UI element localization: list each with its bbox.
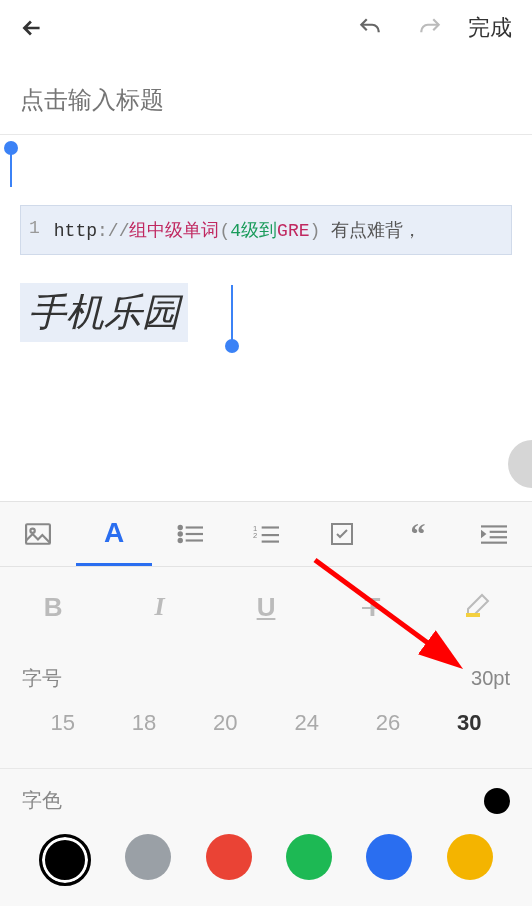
title-input[interactable] <box>20 86 512 114</box>
back-button[interactable] <box>12 8 52 48</box>
insert-image-button[interactable] <box>0 502 76 566</box>
svg-text:2: 2 <box>253 531 257 540</box>
color-swatch-blue[interactable] <box>366 834 412 880</box>
quote-button[interactable]: “ <box>380 502 456 566</box>
checkbox-button[interactable] <box>304 502 380 566</box>
font-color-label: 字色 <box>22 787 62 814</box>
font-color-indicator <box>484 788 510 814</box>
svg-point-2 <box>179 526 182 529</box>
italic-button[interactable]: I <box>106 592 212 622</box>
svg-point-4 <box>179 532 182 535</box>
underline-button[interactable]: U <box>213 592 319 623</box>
font-size-value: 30pt <box>471 667 510 690</box>
styled-text[interactable]: 手机乐园 <box>20 283 188 342</box>
svg-point-6 <box>179 539 182 542</box>
bold-button[interactable]: B <box>0 592 106 623</box>
numbered-list-button[interactable]: 12 <box>228 502 304 566</box>
color-swatch-orange[interactable] <box>447 834 493 880</box>
strike-button[interactable]: T <box>319 592 425 623</box>
undo-button[interactable] <box>350 8 390 48</box>
highlight-button[interactable] <box>426 591 532 624</box>
floating-button[interactable] <box>508 440 532 488</box>
color-swatch-grey[interactable] <box>125 834 171 880</box>
indent-button[interactable] <box>456 502 532 566</box>
font-size-option[interactable]: 20 <box>185 710 266 736</box>
color-swatch-green[interactable] <box>286 834 332 880</box>
line-number: 1 <box>29 218 40 242</box>
color-swatch-black[interactable] <box>39 834 91 886</box>
font-size-option[interactable]: 18 <box>103 710 184 736</box>
text-style-tab[interactable]: A <box>76 502 152 566</box>
font-size-option[interactable]: 15 <box>22 710 103 736</box>
color-swatch-red[interactable] <box>206 834 252 880</box>
code-block[interactable]: 1 http://组中级单词(4级到GRE) 有点难背， <box>20 205 512 255</box>
font-size-option-selected[interactable]: 30 <box>429 710 510 736</box>
svg-rect-18 <box>466 613 480 617</box>
editor-content[interactable]: 1 http://组中级单词(4级到GRE) 有点难背， 手机乐园 <box>0 135 532 362</box>
font-size-label: 字号 <box>22 665 62 692</box>
bullet-list-button[interactable] <box>152 502 228 566</box>
svg-point-1 <box>30 529 34 533</box>
font-size-option[interactable]: 24 <box>266 710 347 736</box>
font-size-options: 15 18 20 24 26 30 <box>22 710 510 736</box>
selection-handle-end[interactable] <box>225 339 239 353</box>
redo-button[interactable] <box>410 8 450 48</box>
font-size-option[interactable]: 26 <box>347 710 428 736</box>
done-button[interactable]: 完成 <box>460 13 520 43</box>
